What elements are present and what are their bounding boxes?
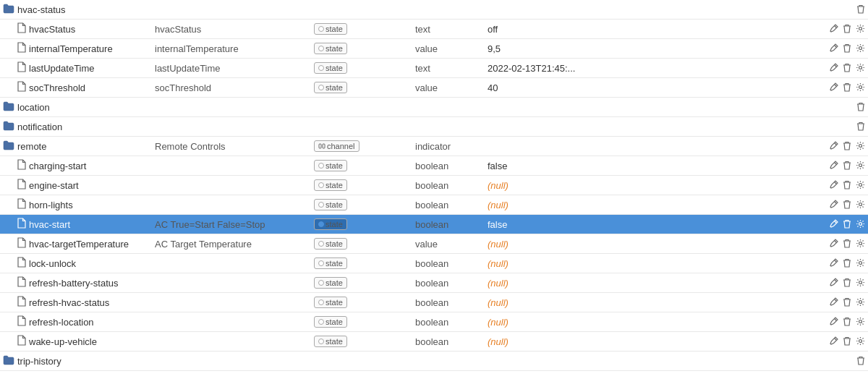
trash-icon[interactable]: [843, 43, 851, 54]
state-badge: state: [314, 62, 347, 74]
trash-icon[interactable]: [843, 200, 851, 210]
gear-icon[interactable]: [856, 219, 865, 230]
file-icon: [17, 81, 26, 94]
edit-icon[interactable]: [829, 24, 838, 35]
gear-icon[interactable]: [856, 317, 865, 328]
col-type: value: [415, 82, 488, 93]
gear-icon[interactable]: [856, 161, 865, 171]
state-label: state: [326, 161, 343, 170]
svg-line-0: [835, 25, 837, 27]
gear-icon[interactable]: [856, 258, 865, 269]
trash-icon[interactable]: [843, 258, 851, 269]
edit-icon[interactable]: [829, 43, 838, 54]
col-type: text: [415, 24, 488, 35]
col-name: internalTemperature: [3, 42, 155, 55]
edit-icon[interactable]: [829, 180, 838, 191]
col-actions: [807, 122, 865, 132]
svg-point-31: [859, 339, 862, 342]
row-socThreshold[interactable]: socThresholdsocThreshold state value40: [0, 78, 868, 98]
edit-icon[interactable]: [829, 239, 838, 250]
edit-icon[interactable]: [829, 258, 838, 269]
row-notification-folder[interactable]: notification: [0, 117, 868, 137]
row-horn-lights[interactable]: horn-lights state boolean(null): [0, 195, 868, 215]
row-lastUpdateTime[interactable]: lastUpdateTimelastUpdateTime state text2…: [0, 59, 868, 78]
svg-line-10: [835, 142, 837, 145]
gear-icon[interactable]: [856, 24, 865, 35]
trash-icon[interactable]: [843, 336, 851, 347]
col-value: (null): [488, 200, 807, 210]
file-icon: [17, 22, 26, 35]
file-name-label: lastUpdateTime: [29, 63, 95, 74]
svg-point-17: [859, 203, 862, 205]
trash-icon[interactable]: [843, 297, 851, 308]
gear-icon[interactable]: [856, 63, 865, 74]
col-value: (null): [488, 278, 807, 289]
trash-icon[interactable]: [843, 317, 851, 328]
col-state: state: [314, 23, 415, 35]
trash-icon[interactable]: [843, 24, 851, 35]
edit-icon[interactable]: [829, 297, 838, 308]
gear-icon[interactable]: [856, 336, 865, 347]
col-state: state: [314, 43, 415, 54]
svg-line-16: [835, 201, 837, 203]
gear-icon[interactable]: [856, 200, 865, 210]
state-dot: [318, 182, 324, 188]
edit-icon[interactable]: [829, 161, 838, 171]
file-icon: [17, 218, 26, 231]
edit-icon[interactable]: [829, 63, 838, 74]
trash-icon[interactable]: [843, 161, 851, 171]
row-engine-start[interactable]: engine-start state boolean(null): [0, 176, 868, 195]
trash-icon[interactable]: [856, 122, 865, 132]
col-name: hvac-targetTemperature: [3, 237, 155, 250]
row-refresh-location[interactable]: refresh-location state boolean(null): [0, 312, 868, 332]
gear-icon[interactable]: [856, 297, 865, 308]
value-text: (null): [488, 336, 509, 347]
col-value: off: [488, 24, 807, 35]
edit-icon[interactable]: [829, 82, 838, 93]
row-hvac-status-folder[interactable]: hvac-status: [0, 0, 868, 20]
svg-point-21: [859, 242, 862, 244]
gear-icon[interactable]: [856, 278, 865, 289]
row-lock-unlock[interactable]: lock-unlock state boolean(null): [0, 254, 868, 273]
trash-icon[interactable]: [843, 180, 851, 191]
row-charging-start[interactable]: charging-start state booleanfalse: [0, 156, 868, 176]
gear-icon[interactable]: [856, 82, 865, 93]
row-hvacStatus[interactable]: hvacStatushvacStatus state textoff: [0, 20, 868, 39]
row-hvac-targetTemperature[interactable]: hvac-targetTemperatureAC Target Temperat…: [0, 234, 868, 254]
col-state: state: [314, 218, 415, 230]
col-type: text: [415, 63, 488, 74]
gear-icon[interactable]: [856, 141, 865, 152]
row-trip-history-folder[interactable]: trip-history: [0, 352, 868, 371]
trash-icon[interactable]: [843, 219, 851, 230]
edit-icon[interactable]: [829, 219, 838, 230]
trash-icon[interactable]: [856, 102, 865, 113]
gear-icon[interactable]: [856, 43, 865, 54]
edit-icon[interactable]: [829, 141, 838, 152]
row-refresh-battery-status[interactable]: refresh-battery-status state boolean(nul…: [0, 273, 868, 293]
trash-icon[interactable]: [843, 239, 851, 250]
value-text: off: [488, 24, 498, 35]
trash-icon[interactable]: [843, 63, 851, 74]
trash-icon[interactable]: [856, 356, 865, 367]
value-text: (null): [488, 278, 509, 289]
edit-icon[interactable]: [829, 336, 838, 347]
folder-icon: [3, 140, 14, 153]
folder-name-label: hvac-status: [17, 4, 65, 15]
row-wake-up-vehicle[interactable]: wake-up-vehicle state boolean(null): [0, 332, 868, 352]
trash-icon[interactable]: [856, 4, 865, 15]
gear-icon[interactable]: [856, 239, 865, 250]
row-refresh-hvac-status[interactable]: refresh-hvac-status state boolean(null): [0, 293, 868, 312]
col-state: channel: [314, 140, 415, 152]
row-hvac-start[interactable]: hvac-startAC True=Start False=Stop state…: [0, 215, 868, 234]
gear-icon[interactable]: [856, 180, 865, 191]
edit-icon[interactable]: [829, 317, 838, 328]
row-location-folder[interactable]: location: [0, 98, 868, 117]
row-remote-folder[interactable]: remoteRemote Controls channel indicator: [0, 137, 868, 156]
edit-icon[interactable]: [829, 278, 838, 289]
trash-icon[interactable]: [843, 82, 851, 93]
trash-icon[interactable]: [843, 278, 851, 289]
edit-icon[interactable]: [829, 200, 838, 210]
state-dot: [318, 319, 324, 325]
row-internalTemperature[interactable]: internalTemperatureinternalTemperature s…: [0, 39, 868, 59]
trash-icon[interactable]: [843, 141, 851, 152]
